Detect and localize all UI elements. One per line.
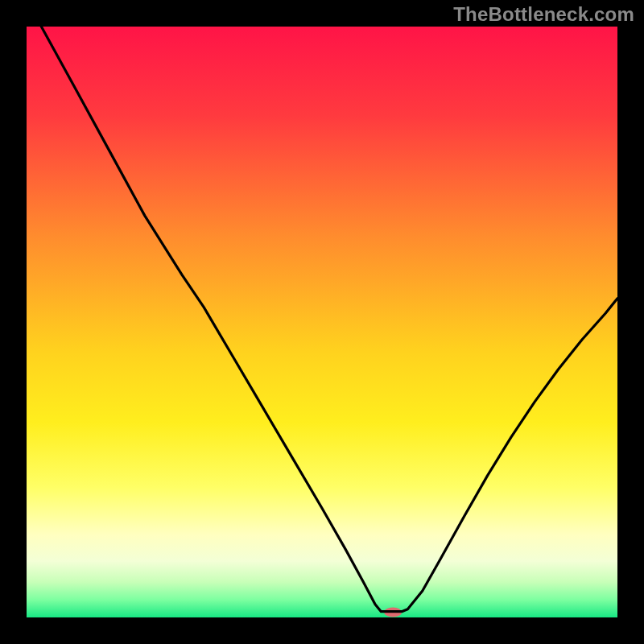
watermark-label: TheBottleneck.com — [453, 3, 634, 26]
plot-background — [27, 27, 617, 617]
chart-frame: TheBottleneck.com — [0, 0, 644, 644]
bottleneck-chart — [0, 0, 644, 644]
